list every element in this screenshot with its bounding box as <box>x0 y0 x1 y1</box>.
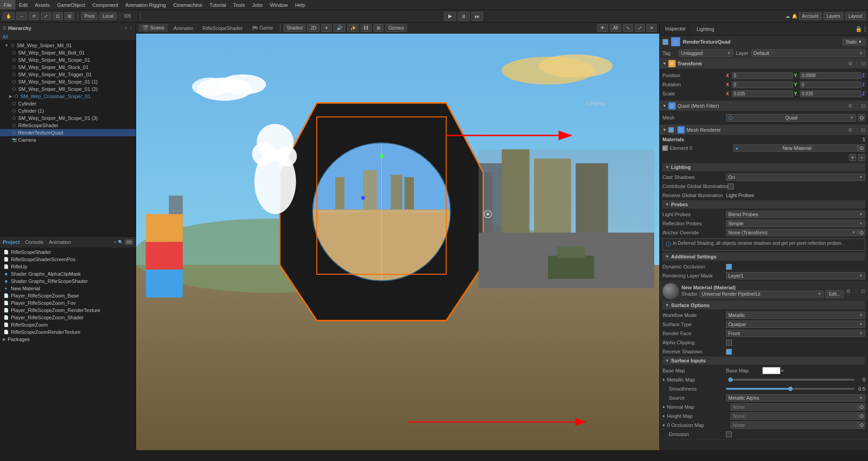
proj-item[interactable]: 📄 RifleScopeZoom <box>0 321 136 328</box>
pause-button[interactable]: ⏸ <box>458 12 470 21</box>
mesh-renderer-header[interactable]: ▼ ⬡ Mesh Renderer ⚙ ⋮ ⊡ <box>660 125 868 135</box>
dynamic-occlusion-cb[interactable] <box>726 264 732 270</box>
hier-item-cylinder2[interactable]: ⬡ Cylinder (1) <box>0 107 136 114</box>
mf-expand[interactable]: ⊡ <box>861 103 865 109</box>
proj-item-new-material[interactable]: ● New Material <box>0 285 136 292</box>
proj-item[interactable]: 📄 RifleScopeShader <box>0 248 136 256</box>
hier-item-trigger[interactable]: ⬡ SM_Wep_Sniper_Mil_Trigger_01 <box>0 71 136 78</box>
2d-button[interactable]: 2D <box>307 24 319 32</box>
inspector-tab[interactable]: Inspector <box>660 23 691 35</box>
lighting-toggle[interactable]: ☀ <box>321 24 332 32</box>
edit-shader-btn[interactable]: Edit... <box>825 290 843 298</box>
viewport[interactable]: ◁ Persp <box>136 34 659 450</box>
tab-animator[interactable]: Animator <box>170 25 197 32</box>
menu-assets[interactable]: Assets <box>31 0 54 10</box>
hier-item-camera[interactable]: 📷 Camera <box>0 136 136 144</box>
shading-dropdown[interactable]: Shaded <box>284 24 305 32</box>
hier-item-scope4[interactable]: ⬡ SM_Wep_Sniper_Mil_Scope_01 (3) <box>0 114 136 122</box>
remove-material-btn[interactable]: − <box>858 154 865 161</box>
add-material-btn[interactable]: + <box>849 154 856 161</box>
mf-settings[interactable]: ⚙ <box>848 103 853 109</box>
play-button[interactable]: ▶ <box>444 12 456 21</box>
hier-item-rendertexture[interactable]: ⬡ RenderTextureQuad <box>0 129 136 136</box>
menu-animation-rigging[interactable]: Animation Rigging <box>122 0 169 10</box>
menu-cinemachine[interactable]: Cinemachine <box>170 0 206 10</box>
fx-toggle[interactable]: ✨ <box>347 24 359 32</box>
element0-picker[interactable]: ⊙ <box>858 144 865 152</box>
render-face-dropdown[interactable]: Front ▼ <box>726 330 865 337</box>
reflection-probes-dropdown[interactable]: Simple ▼ <box>726 220 865 227</box>
console-tab[interactable]: Console <box>25 239 43 245</box>
transform-settings[interactable]: ⚙ <box>848 61 853 67</box>
surface-type-dropdown[interactable]: Opaque ▼ <box>726 321 865 328</box>
normal-map-dropdown[interactable]: None <box>731 403 858 411</box>
layers-button[interactable]: Layers <box>824 12 843 20</box>
object-name[interactable]: RenderTextureQuad <box>683 39 786 45</box>
anchor-picker[interactable]: ⊙ <box>858 229 865 236</box>
menu-file[interactable]: File <box>0 0 15 10</box>
anchor-dropdown[interactable]: None (Transform) ▼ <box>726 229 858 236</box>
menu-tools[interactable]: Tools <box>230 0 249 10</box>
receive-shadows-cb[interactable] <box>726 349 732 355</box>
packages-label[interactable]: Packages <box>8 337 29 342</box>
hier-item-sniper[interactable]: ▼ ⬡ SM_Wep_Sniper_Mil_01 <box>0 42 136 49</box>
proj-item[interactable]: ◆ Shader Graphs_RifleScopeShader <box>0 278 136 285</box>
audio-toggle[interactable]: 🔊 <box>333 24 345 32</box>
contribute-gi-checkbox[interactable] <box>728 183 734 189</box>
element0-dropdown[interactable]: ● New Material <box>733 144 858 152</box>
mr-expand[interactable]: ⊡ <box>861 127 865 133</box>
menu-help[interactable]: Help <box>291 0 309 10</box>
animation-tab[interactable]: Animation <box>49 239 71 245</box>
account-button[interactable]: Account <box>799 12 822 20</box>
shader-dropdown[interactable]: Universal Render Pipeline/Lit ▼ <box>699 291 824 297</box>
static-badge[interactable]: Static ▼ <box>843 39 865 45</box>
proj-item[interactable]: ◆ Shader Graphs_AlphaClipMask <box>0 270 136 278</box>
transform-header[interactable]: ▼ ⊞ Transform ⚙ ⋮ ⊡ <box>660 59 868 69</box>
hier-item-cylinder[interactable]: ⬡ Cylinder <box>0 100 136 107</box>
lighting-sub-header[interactable]: ▼ Lighting <box>662 163 865 171</box>
hier-item-scope2[interactable]: ⬡ SM_Wep_Sniper_Mil_Scope_01 (1) <box>0 78 136 85</box>
element-drag-handle[interactable]: ≡ <box>662 145 668 151</box>
tab-game[interactable]: 🎮 Game <box>248 24 277 32</box>
menu-component[interactable]: Component <box>88 0 122 10</box>
height-map-picker[interactable]: ⊙ <box>858 412 865 420</box>
inspector-lock[interactable]: 🔒 <box>855 26 862 32</box>
object-active-checkbox[interactable] <box>662 39 668 45</box>
normal-map-picker[interactable]: ⊙ <box>858 403 865 411</box>
tool-scale[interactable]: ⤢ <box>41 12 51 20</box>
rot-y-input[interactable] <box>800 81 861 88</box>
tool-hand[interactable]: ✋ <box>3 12 15 20</box>
occlusion-dropdown[interactable]: None <box>731 421 858 429</box>
smoothness-slider[interactable] <box>726 388 854 390</box>
tool-transform[interactable]: ⊞ <box>64 12 74 20</box>
hier-arrow[interactable]: ▼ <box>5 43 9 48</box>
pivot-button[interactable]: Pivot <box>81 12 98 20</box>
project-search[interactable]: 🔍 <box>118 240 123 244</box>
workflow-dropdown[interactable]: Metallic ▼ <box>726 312 865 319</box>
occlusion-picker[interactable]: ⊙ <box>858 421 865 429</box>
transform-expand[interactable]: ⊡ <box>861 61 865 67</box>
cast-shadows-dropdown[interactable]: On ▼ <box>726 173 865 181</box>
additional-header[interactable]: ▼ Additional Settings <box>662 253 865 261</box>
mf-more[interactable]: ⋮ <box>854 103 859 109</box>
menu-tutorial[interactable]: Tutorial <box>206 0 230 10</box>
proj-item[interactable]: 📄 RifleUp <box>0 263 136 270</box>
mat-expand[interactable]: ⊡ <box>861 288 865 294</box>
hier-item-bolt[interactable]: ⬡ SM_Wep_Sniper_Mil_Bolt_01 <box>0 49 136 56</box>
rot-x-input[interactable] <box>732 81 793 88</box>
tab-scene[interactable]: 🎬 Scene <box>139 24 168 32</box>
metallic-slider[interactable] <box>731 379 854 381</box>
menu-gameobject[interactable]: GameObject <box>54 0 89 10</box>
base-map-color[interactable] <box>762 367 780 374</box>
pos-y-input[interactable] <box>800 72 861 79</box>
mesh-dropdown[interactable]: ⬡ Quad ▼ <box>726 114 856 122</box>
hier-item-scope3[interactable]: ⬡ SM_Wep_Sniper_Mil_Scope_01 (2) <box>0 85 136 93</box>
grid-toggle[interactable]: ⊞ <box>373 24 383 32</box>
proj-item-rendertexture[interactable]: 📄 RifleScopeZoomRenderTexture <box>0 328 136 336</box>
probes-header[interactable]: ▼ Probes <box>662 200 865 208</box>
add-hierarchy-btn[interactable]: + <box>125 26 127 30</box>
scale-y-input[interactable] <box>800 90 861 97</box>
proj-item[interactable]: 📄 Player_RifleScopeZoom_Base <box>0 292 136 299</box>
project-tab[interactable]: Project <box>3 239 20 245</box>
minimize-viewport[interactable]: ⤡ <box>623 24 633 32</box>
